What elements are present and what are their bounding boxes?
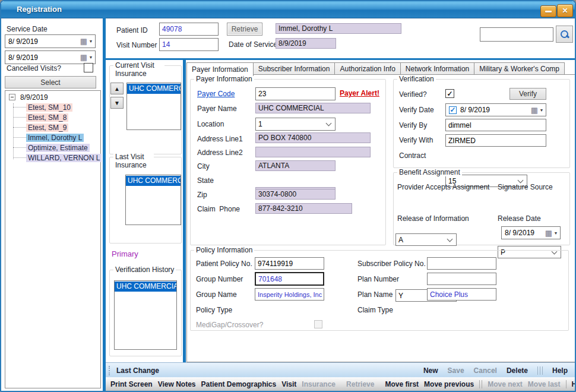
service-date-to-value: 8/ 9/2019 (8, 53, 38, 62)
tab-authorization-info[interactable]: Authorization Info (335, 62, 400, 75)
verified-checkbox[interactable] (445, 89, 454, 98)
move-last-button: Move last (528, 380, 561, 388)
tree-item[interactable]: WILLARD, VERNON L (5, 153, 100, 163)
vertical-divider-left (103, 18, 106, 391)
tab-network-information[interactable]: Network Information (401, 62, 474, 75)
service-date-to-picker[interactable]: 8/ 9/2019 (5, 50, 96, 64)
minimize-icon (545, 11, 552, 12)
list-item[interactable]: UHC COMMERCIAL (126, 176, 181, 186)
signature-source-label: Signature Source (498, 183, 553, 191)
select-button[interactable]: Select (5, 76, 96, 88)
search-input[interactable] (480, 27, 553, 42)
search-icon (560, 30, 569, 39)
service-date-from-picker[interactable]: 8/ 9/2019 (5, 34, 96, 48)
claim-phone-field: 877-842-3210 (255, 203, 352, 214)
verification-history-list: UHC COMMERCIAL (114, 280, 177, 350)
verify-date-value: 8/ 9/2019 (460, 106, 490, 114)
calendar-icon (80, 53, 88, 61)
provider-accepts-assignment-label: Provider Accepts Assignment (397, 183, 489, 191)
print-screen-button[interactable]: Print Screen (110, 380, 153, 388)
minimize-button[interactable] (540, 5, 556, 17)
last-insurance-list: UHC COMMERCIAL (125, 175, 181, 225)
list-item[interactable]: UHC COMMERCIAL (127, 84, 181, 94)
new-button[interactable]: New (423, 366, 438, 375)
date-of-service-label: Date of Service (229, 40, 277, 49)
move-down-button down-arrow-icon[interactable] (110, 97, 124, 109)
patient-id-input[interactable]: 49078 (159, 23, 219, 36)
plan-number-input[interactable] (427, 273, 496, 285)
provider-accepts-assignment-select[interactable]: A (395, 233, 457, 246)
separator (566, 380, 566, 388)
zip-label: Zip (197, 191, 207, 199)
visit-number-input[interactable]: 14 (159, 38, 219, 51)
calendar-icon (530, 106, 539, 114)
move-previous-button[interactable]: Move previous (424, 380, 474, 388)
address-line2-field (255, 147, 371, 157)
tree-root-row[interactable]: 8/9/2019 (5, 91, 100, 102)
move-first-button[interactable]: Move first (385, 380, 419, 388)
title-bar: Registration (1, 1, 575, 18)
state-label: State (197, 176, 214, 185)
city-field: ATLANTA (255, 160, 336, 171)
move-up-button up-arrow-icon[interactable] (110, 83, 124, 94)
payer-alert-link[interactable]: Payer Alert! (340, 89, 379, 97)
verify-button[interactable]: Verify (509, 88, 546, 100)
close-button close-icon[interactable] (557, 4, 573, 17)
plan-name-label: Plan Name (357, 290, 393, 299)
address-line1-field: PO BOX 740800 (255, 132, 371, 143)
search-button[interactable] (556, 26, 573, 43)
verify-date-label: Verify Date (399, 106, 434, 114)
group-name-input[interactable]: Insperity Holdings, Inc (255, 288, 324, 301)
window-title: Registration (17, 5, 62, 14)
tab-payer-information[interactable]: Payer Information (186, 62, 254, 76)
medigap-checkbox (314, 320, 322, 328)
patient-demographics-button[interactable]: Patient Demographics (201, 380, 277, 388)
view-notes-button[interactable]: View Notes (158, 380, 196, 388)
help-button[interactable]: Help (552, 366, 568, 375)
tree-item-selected[interactable]: Immel, Dorothy L (5, 132, 100, 143)
cancelled-visits-checkbox[interactable] (84, 63, 93, 72)
tab-military-workers-comp[interactable]: Military & Worker's Comp (474, 62, 565, 75)
visit-button[interactable]: Visit (281, 380, 296, 388)
retrieve-button[interactable]: Retrieve (227, 23, 262, 36)
release-date-picker[interactable]: 8/ 9/2019 (501, 226, 561, 239)
address-line2-label: Address Line2 (197, 148, 243, 157)
tree-item[interactable]: Optimize, Estimate (5, 143, 100, 153)
delete-button[interactable]: Delete (507, 366, 528, 375)
calendar-icon (545, 229, 553, 237)
release-date-value: 8/ 9/2019 (505, 229, 534, 237)
location-label: Location (197, 120, 224, 128)
verify-by-input[interactable]: dimmel (445, 119, 546, 131)
patient-policy-input[interactable]: 974119919 (255, 257, 324, 270)
benefit-assignment-title: Benefit Assignment (397, 168, 462, 176)
help-toolbar-button[interactable]: Help (572, 380, 576, 388)
location-select[interactable]: 1 (255, 118, 336, 131)
verify-date-picker[interactable]: 8/ 9/2019 (445, 103, 546, 116)
grip-icon (109, 366, 112, 375)
payer-code-input[interactable]: 23 (255, 87, 336, 100)
payer-name-field: UHC COMMERCIAL (255, 103, 371, 113)
collapse-icon[interactable] (9, 94, 15, 100)
tab-strip: Payer Information Subscriber Information… (186, 62, 565, 75)
plan-number-label: Plan Number (357, 275, 399, 283)
payer-name-label: Payer Name (197, 105, 237, 113)
save-button: Save (448, 366, 464, 375)
cancel-button: Cancel (474, 366, 497, 375)
subscriber-policy-input[interactable] (427, 257, 496, 270)
list-item[interactable]: UHC COMMERCIAL (115, 282, 176, 292)
patient-policy-label: Patient Policy No. (196, 260, 252, 268)
verify-date-checkbox[interactable] (449, 106, 457, 114)
tab-subscriber-information[interactable]: Subscriber Information (254, 62, 336, 75)
cancelled-visits-label: Cancelled Visits? (7, 64, 61, 72)
plan-name-input[interactable]: Choice Plus (427, 288, 496, 301)
retrieve-toolbar-button: Retrieve (346, 380, 374, 388)
verify-by-label: Verify By (399, 121, 427, 129)
tree-item[interactable]: Etest, SM_10 (5, 102, 100, 112)
tree-item[interactable]: Etest, SM_8 (5, 112, 100, 122)
separator (537, 366, 543, 375)
city-label: City (197, 162, 210, 170)
verify-with-input[interactable]: ZIRMED (445, 134, 546, 147)
tree-item[interactable]: Etest, SM_9 (5, 122, 100, 132)
payer-code-link[interactable]: Payer Code (197, 90, 235, 98)
group-number-input[interactable]: 701648 (255, 272, 324, 286)
